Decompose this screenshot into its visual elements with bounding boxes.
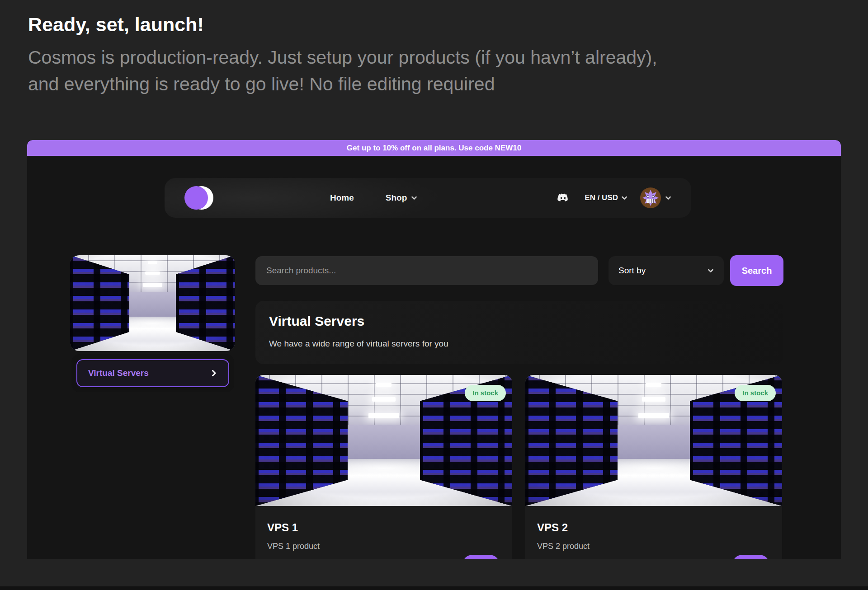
page-subtitle: Cosmos is production-ready. Just setup y… (28, 44, 688, 97)
product-card-vps-2[interactable]: In stock VPS 2 VPS 2 product (525, 375, 782, 559)
sort-by-label: Sort by (618, 266, 646, 276)
category-card: Virtual Servers (71, 354, 234, 392)
promo-banner: Get up to 10% off on all plans. Use code… (27, 140, 841, 156)
stock-badge: In stock (465, 385, 506, 401)
sort-by-select[interactable]: Sort by (609, 256, 724, 285)
avatar-eye (652, 195, 655, 198)
storefront-screenshot: Get up to 10% off on all plans. Use code… (27, 140, 841, 559)
user-avatar (640, 187, 661, 208)
chevron-down-icon (411, 195, 417, 201)
navbar: Home Shop EN / USD (165, 178, 691, 218)
avatar-mouth (646, 199, 655, 203)
chevron-down-icon (665, 195, 671, 201)
nav-right-group: EN / USD (557, 187, 671, 208)
category-label: Virtual Servers (88, 368, 149, 378)
nav-link-shop-label: Shop (386, 193, 407, 203)
product-name: VPS 2 (537, 521, 782, 534)
product-description: VPS 1 product (267, 542, 512, 551)
product-buy-button[interactable] (462, 555, 500, 559)
locale-label: EN / USD (585, 193, 618, 202)
category-button-virtual-servers[interactable]: Virtual Servers (76, 359, 229, 387)
logo-purple-circle (184, 186, 208, 210)
avatar-eye (646, 195, 649, 198)
product-image: In stock (255, 375, 512, 506)
locale-selector[interactable]: EN / USD (585, 193, 627, 202)
scene-vignette (70, 255, 235, 351)
nav-link-home[interactable]: Home (330, 193, 354, 203)
nav-link-shop[interactable]: Shop (386, 193, 418, 203)
section-header-card: Virtual Servers We have a wide range of … (255, 301, 783, 364)
avatar-star-shape (642, 190, 659, 206)
page-title: Ready, set, launch! (28, 14, 204, 36)
section-title: Virtual Servers (269, 314, 770, 329)
section-subtitle: We have a wide range of virtual servers … (269, 339, 770, 349)
product-buy-button[interactable] (732, 555, 769, 559)
product-card-vps-1[interactable]: In stock VPS 1 VPS 1 product (255, 375, 512, 559)
product-image: In stock (525, 375, 782, 506)
viewport-bottom-edge (0, 586, 868, 590)
product-name: VPS 1 (267, 521, 512, 534)
chevron-down-icon (708, 267, 714, 274)
stock-badge: In stock (735, 385, 776, 401)
search-input[interactable] (255, 256, 598, 285)
category-image-card[interactable] (70, 255, 235, 351)
chevron-right-icon (210, 370, 217, 377)
product-description: VPS 2 product (537, 542, 782, 551)
server-room-image (70, 255, 235, 351)
chevron-down-icon (621, 195, 627, 201)
logo-crescent-icon[interactable] (184, 186, 214, 210)
search-button[interactable]: Search (730, 255, 783, 286)
discord-icon[interactable] (557, 193, 569, 203)
account-menu[interactable] (640, 187, 671, 208)
